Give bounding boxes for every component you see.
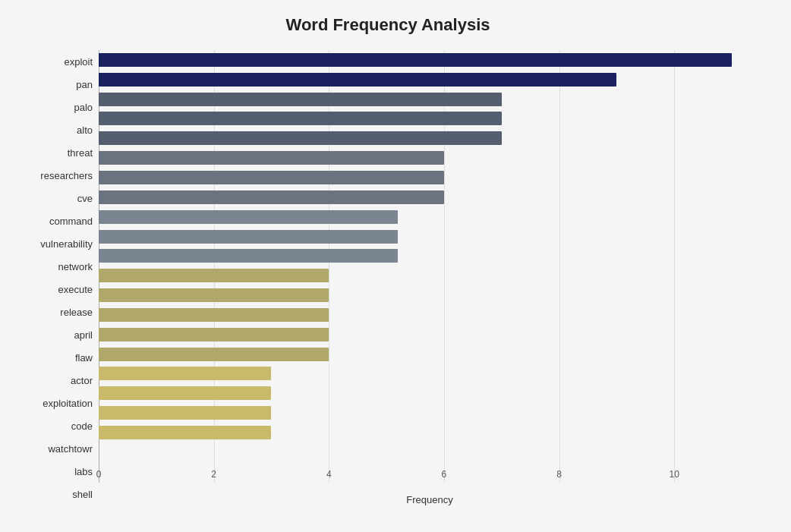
bar: [99, 348, 329, 361]
bar: [99, 328, 329, 342]
bar: [99, 210, 398, 224]
y-label: shell: [72, 484, 93, 504]
y-label: april: [74, 325, 93, 345]
chart-area: exploitpanpaloaltothreatresearcherscveco…: [15, 50, 761, 505]
bar: [99, 288, 329, 302]
bar-row: [99, 267, 761, 284]
bar: [99, 53, 732, 67]
y-label: code: [71, 416, 93, 436]
y-label: network: [58, 257, 93, 276]
y-label: exploitation: [43, 393, 93, 413]
bar-row: [99, 110, 761, 127]
y-label: palo: [74, 97, 93, 117]
x-tick: 0: [96, 469, 102, 480]
bar-row: [99, 209, 761, 225]
bar: [99, 406, 271, 420]
bar-row: [99, 91, 761, 108]
chart-title: Word Frequency Analysis: [15, 15, 761, 35]
bar: [99, 131, 502, 145]
bar-row: [99, 228, 761, 245]
y-label: pan: [76, 74, 93, 94]
bar: [99, 171, 444, 184]
bar: [99, 367, 271, 380]
y-label: exploit: [64, 52, 93, 71]
x-axis: 0246810: [99, 465, 761, 480]
bar-row: [99, 71, 761, 88]
y-label: threat: [68, 143, 93, 162]
bar-row: [99, 405, 761, 421]
y-label: cve: [77, 188, 93, 208]
bar-row: [99, 189, 761, 206]
x-axis-label: Frequency: [99, 494, 761, 505]
bar: [99, 151, 444, 165]
bar: [99, 93, 502, 106]
bar-row: [99, 365, 761, 382]
bar-row: [99, 326, 761, 343]
y-axis: exploitpanpaloaltothreatresearcherscveco…: [15, 50, 99, 505]
bar: [99, 112, 502, 125]
y-label: labs: [74, 461, 93, 481]
bars-and-grid: 0246810 Frequency: [99, 50, 761, 505]
y-label: watchtowr: [48, 439, 93, 458]
bar-row: [99, 424, 761, 441]
y-label: vulnerability: [40, 234, 93, 253]
bar-row: [99, 247, 761, 264]
bar: [99, 249, 398, 263]
y-label: flaw: [75, 348, 93, 367]
x-axis-wrapper: 0246810 Frequency: [99, 465, 761, 505]
bar-row: [99, 346, 761, 363]
x-tick: 2: [211, 469, 216, 480]
bar: [99, 426, 271, 439]
y-label: actor: [71, 370, 93, 390]
bar: [99, 386, 271, 400]
chart-container: Word Frequency Analysis exploitpanpaloal…: [0, 0, 791, 532]
y-label: command: [49, 211, 93, 231]
y-label: release: [60, 302, 93, 322]
bar: [99, 73, 616, 87]
bar-row: [99, 150, 761, 166]
bar-row: [99, 385, 761, 401]
y-label: execute: [58, 279, 93, 299]
bar: [99, 269, 329, 282]
x-tick: 10: [670, 469, 679, 480]
x-tick: 8: [556, 469, 562, 480]
bar-row: [99, 169, 761, 186]
y-label: researchers: [40, 165, 93, 185]
bar: [99, 230, 398, 244]
bar-row: [99, 307, 761, 323]
bar-row: [99, 52, 761, 68]
bars-container: [99, 50, 761, 465]
bar-row: [99, 287, 761, 304]
bar: [99, 190, 444, 204]
bar-row: [99, 130, 761, 146]
x-tick: 6: [442, 469, 447, 480]
x-tick: 4: [326, 469, 332, 480]
bar: [99, 308, 329, 322]
y-label: alto: [77, 120, 93, 140]
